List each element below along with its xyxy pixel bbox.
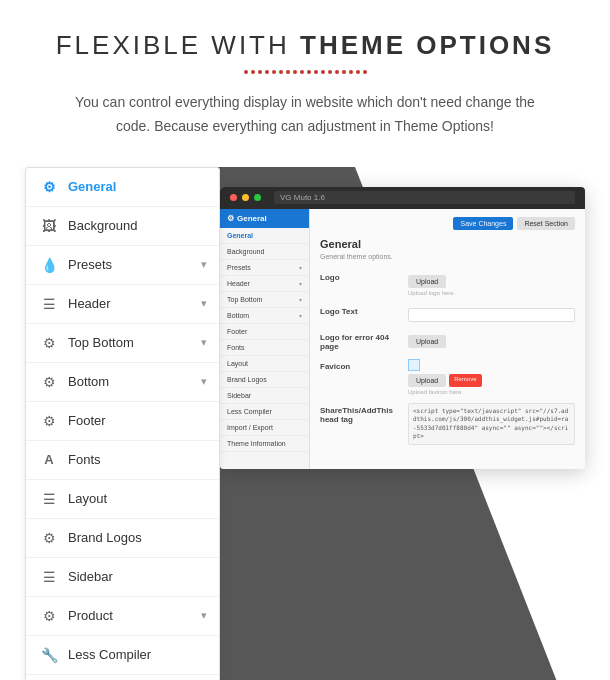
bc-sidebar-item-sidebar[interactable]: Sidebar bbox=[220, 388, 309, 404]
sidebar-item-general[interactable]: ⚙ General bbox=[26, 168, 219, 207]
chevron-down-icon: ▾ bbox=[201, 336, 207, 349]
dot bbox=[293, 70, 297, 74]
sidebar-item-fonts[interactable]: A Fonts bbox=[26, 441, 219, 480]
bc-content-logo-404: Upload bbox=[408, 330, 575, 348]
bc-topbar: Save Changes Reset Section bbox=[320, 217, 575, 230]
page-wrapper: FLEXIBLE WITH THEME OPTIONS You can cont… bbox=[0, 0, 610, 680]
gear-icon: ⚙ bbox=[40, 529, 58, 547]
bc-sharethis-code: <script type="text/javascript" src="//s7… bbox=[408, 403, 575, 445]
sidebar-item-header[interactable]: ☰ Header ▾ bbox=[26, 285, 219, 324]
dot bbox=[328, 70, 332, 74]
sidebar-label-less-compiler: Less Compiler bbox=[68, 647, 205, 662]
sidebar-label-fonts: Fonts bbox=[68, 452, 205, 467]
sidebar-item-layout[interactable]: ☰ Layout bbox=[26, 480, 219, 519]
bc-logo-text-input[interactable] bbox=[408, 308, 575, 322]
sidebar-label-layout: Layout bbox=[68, 491, 205, 506]
dotted-divider bbox=[205, 69, 405, 75]
sidebar-item-top-bottom[interactable]: ⚙ Top Bottom ▾ bbox=[26, 324, 219, 363]
bc-sidebar-item-fonts[interactable]: Fonts bbox=[220, 340, 309, 356]
browser-url-bar: VG Muto 1.6 bbox=[274, 191, 575, 204]
image-icon: 🖼 bbox=[40, 217, 58, 235]
bc-remove-favicon-button[interactable]: Remove bbox=[449, 374, 481, 387]
dot bbox=[265, 70, 269, 74]
sidebar-item-background[interactable]: 🖼 Background bbox=[26, 207, 219, 246]
bc-sidebar-item-layout[interactable]: Layout bbox=[220, 356, 309, 372]
bc-field-logo: Logo Upload Upload logo here. bbox=[320, 270, 575, 296]
browser-url-text: VG Muto 1.6 bbox=[280, 193, 325, 202]
sidebar-item-sidebar[interactable]: ☰ Sidebar bbox=[26, 558, 219, 597]
save-changes-button[interactable]: Save Changes bbox=[453, 217, 513, 230]
sidebar-label-header: Header bbox=[68, 296, 205, 311]
bc-sidebar-item-footer[interactable]: Footer bbox=[220, 324, 309, 340]
browser-window: VG Muto 1.6 ⚙ General General Background… bbox=[220, 187, 585, 469]
bc-upload-logo-note: Upload logo here. bbox=[408, 290, 575, 296]
chevron-down-icon: ▾ bbox=[201, 375, 207, 388]
page-title: FLEXIBLE WITH THEME OPTIONS bbox=[56, 30, 555, 61]
dot bbox=[314, 70, 318, 74]
sidebar-item-bottom[interactable]: ⚙ Bottom ▾ bbox=[26, 363, 219, 402]
chevron-down-icon: ▾ bbox=[201, 609, 207, 622]
bc-label-logo: Logo bbox=[320, 270, 400, 282]
subtitle: You can control everything display in we… bbox=[75, 91, 535, 139]
sidebar-item-presets[interactable]: 💧 Presets ▾ bbox=[26, 246, 219, 285]
gear-icon: ⚙ bbox=[40, 607, 58, 625]
dot bbox=[300, 70, 304, 74]
bc-field-favicon: Favicon Upload Remove Upload favicon her… bbox=[320, 359, 575, 395]
dot bbox=[307, 70, 311, 74]
sidebar-item-footer[interactable]: ⚙ Footer bbox=[26, 402, 219, 441]
bc-content-logo: Upload Upload logo here. bbox=[408, 270, 575, 296]
favicon-thumbnail bbox=[408, 359, 420, 371]
bc-favicon-row bbox=[408, 359, 575, 371]
bc-content-favicon: Upload Remove Upload favicon here. bbox=[408, 359, 575, 395]
browser-close-dot bbox=[230, 194, 237, 201]
font-icon: A bbox=[40, 451, 58, 469]
bc-sidebar-header: ⚙ General bbox=[220, 209, 309, 228]
headline-prefix: FLEXIBLE WITH bbox=[56, 30, 300, 60]
bc-sidebar-item-general[interactable]: General bbox=[220, 228, 309, 244]
bc-sidebar-item-bottom[interactable]: Bottom▾ bbox=[220, 308, 309, 324]
sidebar-item-brand-logos[interactable]: ⚙ Brand Logos bbox=[26, 519, 219, 558]
bc-upload-logo-button[interactable]: Upload bbox=[408, 275, 446, 288]
sidebar-label-brand-logos: Brand Logos bbox=[68, 530, 205, 545]
bc-label-favicon: Favicon bbox=[320, 359, 400, 371]
sidebar-label-footer: Footer bbox=[68, 413, 205, 428]
theme-options-sidebar: ⚙ General 🖼 Background 💧 Presets ▾ ☰ Hea… bbox=[25, 167, 220, 680]
bc-sidebar-item-brand-logos[interactable]: Brand Logos bbox=[220, 372, 309, 388]
dot bbox=[279, 70, 283, 74]
bc-sidebar-item-background[interactable]: Background bbox=[220, 244, 309, 260]
bc-upload-favicon-button[interactable]: Upload bbox=[408, 374, 446, 387]
reset-section-button[interactable]: Reset Section bbox=[517, 217, 575, 230]
bc-sidebar-item-less-compiler[interactable]: Less Compiler bbox=[220, 404, 309, 420]
bc-sidebar-item-theme-info[interactable]: Theme Information bbox=[220, 436, 309, 452]
bc-field-sharethis: ShareThis/AddThis head tag <script type=… bbox=[320, 403, 575, 445]
layout-icon: ☰ bbox=[40, 490, 58, 508]
sidebar-label-general: General bbox=[68, 179, 205, 194]
wrench-icon: 🔧 bbox=[40, 646, 58, 664]
bc-favicon-note: Upload favicon here. bbox=[408, 389, 575, 395]
gear-icon: ⚙ bbox=[40, 412, 58, 430]
headline-bold: THEME OPTIONS bbox=[300, 30, 554, 60]
sidebar-item-import-export[interactable]: ↺ Import / Export bbox=[26, 675, 219, 680]
bc-sidebar-item-import-export[interactable]: Import / Export bbox=[220, 420, 309, 436]
bc-sidebar-item-topbottom[interactable]: Top Bottom▾ bbox=[220, 292, 309, 308]
dot bbox=[251, 70, 255, 74]
chevron-down-icon: ▾ bbox=[201, 258, 207, 271]
sidebar-icon: ☰ bbox=[40, 568, 58, 586]
sidebar-item-product[interactable]: ⚙ Product ▾ bbox=[26, 597, 219, 636]
dot bbox=[244, 70, 248, 74]
menu-icon: ☰ bbox=[40, 295, 58, 313]
dot bbox=[286, 70, 290, 74]
sidebar-label-presets: Presets bbox=[68, 257, 205, 272]
bc-sidebar: ⚙ General General Background Presets▾ He… bbox=[220, 209, 310, 469]
bc-label-sharethis: ShareThis/AddThis head tag bbox=[320, 403, 400, 424]
bc-content-sharethis: <script type="text/javascript" src="//s7… bbox=[408, 403, 575, 445]
browser-minimize-dot bbox=[242, 194, 249, 201]
bc-sidebar-item-header[interactable]: Header▾ bbox=[220, 276, 309, 292]
bc-upload-404-button[interactable]: Upload bbox=[408, 335, 446, 348]
demo-container: ⚙ General 🖼 Background 💧 Presets ▾ ☰ Hea… bbox=[25, 167, 585, 680]
sidebar-item-less-compiler[interactable]: 🔧 Less Compiler bbox=[26, 636, 219, 675]
browser-topbar: VG Muto 1.6 bbox=[220, 187, 585, 209]
sidebar-label-background: Background bbox=[68, 218, 205, 233]
bc-sidebar-item-presets[interactable]: Presets▾ bbox=[220, 260, 309, 276]
bc-field-logo-404: Logo for error 404 page Upload bbox=[320, 330, 575, 351]
